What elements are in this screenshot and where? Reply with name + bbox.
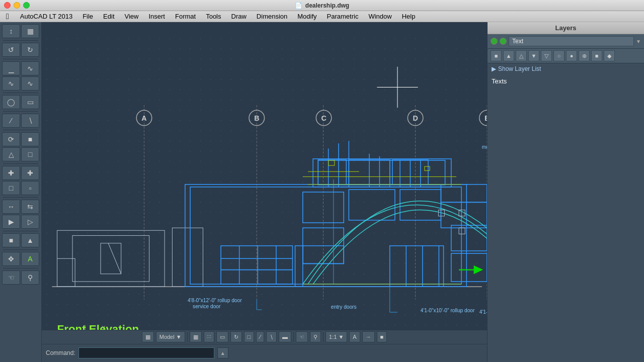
svg-text:service door: service door (193, 304, 221, 309)
diagonal-line-tool[interactable]: ∕ (2, 114, 20, 128)
model-button[interactable]: Model ▼ (156, 331, 185, 342)
workspace-button[interactable]: ■ (377, 331, 387, 342)
toolbar-sep-2 (3, 59, 38, 59)
construct-tool[interactable]: ∖ (21, 114, 39, 128)
move-tool[interactable]: ↕ (2, 24, 20, 38)
otrack-button[interactable]: ∕ (256, 331, 264, 342)
layer-dropdown-arrow[interactable]: ▼ (636, 39, 641, 44)
stretch-tool[interactable]: ↔ (2, 200, 20, 214)
fillet-tool[interactable]: □ (2, 181, 20, 195)
layer-icon-5[interactable]: ▽ (541, 50, 552, 61)
status-sep-3 (323, 332, 324, 342)
zoom-status-button[interactable]: ⚲ (310, 331, 321, 342)
scale-tool[interactable]: △ (2, 147, 20, 161)
undo-tool[interactable]: ↺ (2, 43, 20, 57)
layer-icon-6[interactable]: ○ (553, 50, 565, 61)
hand-tool[interactable]: ☜ (2, 270, 20, 285)
rectangle-tool[interactable]: ▭ (21, 95, 39, 109)
toolbar-sep-8 (3, 231, 38, 231)
menu-file[interactable]: File (77, 11, 98, 22)
layer-icon-8[interactable]: ⊕ (579, 50, 590, 61)
circle-tool[interactable]: ◯ (2, 95, 20, 109)
pan-tool[interactable]: ▶ (2, 215, 20, 229)
texts-section-label: Texts (488, 74, 644, 88)
snap-tool[interactable]: ✚ (2, 166, 20, 180)
command-clear-button[interactable]: ▲ (217, 347, 228, 358)
hand-button[interactable]: ☜ (296, 331, 308, 342)
offset-tool[interactable]: ✚ (21, 166, 39, 180)
menu-insert[interactable]: Insert (143, 11, 170, 22)
svg-text:B: B (254, 114, 259, 122)
layer-name-button[interactable]: Text (509, 36, 634, 46)
show-layer-list-button[interactable]: ▶ Show Layer List (488, 63, 644, 74)
left-toolbar: ↕ ▦ ↺ ↻ ⎯ ∿ ∿ ∿ ◯ ▭ ∕ ∖ ⟳ ■ (0, 22, 42, 362)
magnify-tool[interactable]: ⚲ (21, 270, 39, 285)
layer-color-swatch (500, 38, 507, 45)
menu-window[interactable]: Window (363, 11, 396, 22)
osnap-button[interactable]: □ (244, 331, 255, 342)
toolbar-sep-10 (3, 268, 38, 268)
annotation-scale-button[interactable]: 1:1 ▼ (326, 331, 347, 342)
chamfer-tool[interactable]: ▫ (21, 181, 39, 195)
apple-menu[interactable]:  (0, 11, 15, 22)
svg-text:4'1-0"x10'0" rollup door: 4'1-0"x10'0" rollup door (479, 309, 487, 315)
menu-tools[interactable]: Tools (201, 11, 226, 22)
close-button[interactable] (4, 2, 11, 9)
menu-view[interactable]: View (120, 11, 144, 22)
grip-tool[interactable]: ✥ (2, 252, 20, 266)
layout-grid-button[interactable]: ▦ (142, 331, 154, 342)
menu-format[interactable]: Format (170, 11, 201, 22)
menu-edit[interactable]: Edit (98, 11, 119, 22)
line-tool[interactable]: ⎯ (2, 61, 20, 75)
ortho-button[interactable]: ▭ (216, 331, 228, 342)
command-input[interactable] (78, 347, 214, 358)
snap-grid-button[interactable]: ▦ (190, 331, 202, 342)
layer-icon-9[interactable]: ■ (591, 50, 602, 61)
zoom-tool[interactable]: ▷ (21, 215, 39, 229)
status-bar: ▦ Model ▼ ▦ ∷ ▭ ↻ □ ∕ ∖ ▬ ☜ ⚲ 1:1 ▼ A → … (42, 330, 487, 344)
trim-tool[interactable]: □ (21, 147, 39, 161)
toolbar-sep-7 (3, 197, 38, 198)
canvas-area[interactable]: Y X A B C D E metal roof decorative fenc… (42, 22, 487, 362)
layer-icon-3[interactable]: △ (516, 50, 527, 61)
polyline-tool[interactable]: ∿ (2, 76, 20, 90)
svg-text:C: C (321, 114, 326, 122)
layers-tool[interactable]: ▦ (21, 24, 39, 38)
layer-icon-2[interactable]: ▲ (503, 50, 514, 61)
measure-tool[interactable]: ▲ (21, 233, 39, 247)
layer-icon-1[interactable]: ■ (491, 50, 502, 61)
maximize-button[interactable] (23, 2, 30, 9)
menu-dimension[interactable]: Dimension (252, 11, 292, 22)
spline-tool[interactable]: ∿ (21, 76, 39, 90)
lwt-button[interactable]: ▬ (279, 331, 291, 342)
menu-modify[interactable]: Modify (292, 11, 321, 22)
menu-app[interactable]: AutoCAD LT 2013 (15, 11, 77, 22)
arc-tool[interactable]: ∿ (21, 61, 39, 75)
dot-grid-button[interactable]: ∷ (204, 331, 214, 342)
ducs-button[interactable]: ∖ (266, 331, 277, 342)
file-icon: 📄 (295, 2, 302, 9)
rotate-tool[interactable]: ⟳ (2, 132, 20, 146)
redo-tool[interactable]: ↻ (21, 43, 39, 57)
toolbar-row-10: □ ▫ (2, 181, 39, 195)
minimize-button[interactable] (14, 2, 20, 9)
text-tool[interactable]: A (21, 252, 39, 266)
menu-draw[interactable]: Draw (226, 11, 252, 22)
toolbar-sep-5 (3, 130, 38, 130)
model-dropdown-icon: ▼ (176, 334, 182, 340)
mirror-tool[interactable]: ⇆ (21, 200, 39, 214)
status-sep-2 (293, 332, 294, 342)
annotate-sync-button[interactable]: → (362, 331, 375, 342)
svg-text:4'8-0"x12'-0" rollup door: 4'8-0"x12'-0" rollup door (188, 298, 242, 303)
array-tool[interactable]: ■ (21, 132, 39, 146)
svg-text:A: A (141, 114, 146, 122)
menu-parametric[interactable]: Parametric (322, 11, 364, 22)
polar-button[interactable]: ↻ (230, 331, 242, 342)
properties-tool[interactable]: ■ (2, 233, 20, 247)
annotation-visibility-button[interactable]: A (349, 331, 360, 342)
layer-icon-7[interactable]: ● (566, 50, 577, 61)
menu-help[interactable]: Help (397, 11, 421, 22)
layer-icon-4[interactable]: ▼ (528, 50, 539, 61)
layer-icon-10[interactable]: ◆ (604, 50, 615, 61)
toolbar-row-2: ↺ ↻ (2, 43, 39, 57)
